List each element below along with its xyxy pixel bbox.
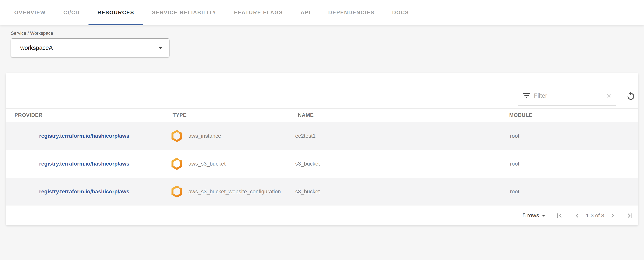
workspace-selector-label: Service / Workspace xyxy=(11,31,53,36)
tab-ci-cd[interactable]: CI/CD xyxy=(54,0,89,25)
provider-link[interactable]: registry.terraform.io/hashicorp/aws xyxy=(39,161,130,167)
column-header-module: MODULE xyxy=(509,112,532,118)
tab-label: DOCS xyxy=(392,10,409,16)
tab-dependencies[interactable]: DEPENDENCIES xyxy=(320,0,383,25)
type-label: aws_s3_bucket xyxy=(183,161,226,167)
workspace-select[interactable]: workspaceA xyxy=(10,38,170,57)
chevron-down-icon xyxy=(156,44,165,52)
workspace-select-value: workspaceA xyxy=(20,44,53,51)
module-label: root xyxy=(510,161,519,167)
name-label: ec2test1 xyxy=(295,133,316,139)
tab-feature-flags[interactable]: FEATURE FLAGS xyxy=(225,0,292,25)
tab-label: DEPENDENCIES xyxy=(328,10,374,16)
tab-overview[interactable]: OVERVIEW xyxy=(6,0,54,25)
column-header-name: NAME xyxy=(298,112,314,118)
terraform-provider-icon xyxy=(172,158,182,170)
module-label: root xyxy=(510,189,519,195)
tab-label: FEATURE FLAGS xyxy=(234,10,283,16)
tab-label: OVERVIEW xyxy=(14,10,46,16)
column-header-provider: PROVIDER xyxy=(14,112,42,118)
refresh-button[interactable] xyxy=(626,91,636,102)
pagination: 5 rows 1-3 of 3 xyxy=(6,206,638,225)
terraform-provider-icon xyxy=(172,186,182,197)
tab-docs[interactable]: DOCS xyxy=(383,0,418,25)
tab-label: RESOURCES xyxy=(97,10,134,16)
column-header-type: TYPE xyxy=(172,112,187,118)
terraform-provider-icon xyxy=(172,130,182,142)
refresh-icon xyxy=(626,91,636,101)
caret-down-icon xyxy=(540,212,548,219)
provider-link[interactable]: registry.terraform.io/hashicorp/aws xyxy=(39,189,130,195)
clear-filter-icon[interactable] xyxy=(606,92,612,99)
table-row: registry.terraform.io/hashicorp/aws aws_… xyxy=(6,150,638,178)
next-page-button[interactable] xyxy=(608,211,618,221)
tab-label: CI/CD xyxy=(64,10,80,16)
filter-field[interactable] xyxy=(518,86,616,105)
table-row: registry.terraform.io/hashicorp/aws aws_… xyxy=(6,122,638,150)
tab-service-reliability[interactable]: SERVICE RELIABILITY xyxy=(143,0,225,25)
name-label: s3_bucket xyxy=(295,161,320,167)
rows-per-page-select[interactable]: 5 rows xyxy=(522,212,548,219)
provider-link[interactable]: registry.terraform.io/hashicorp/aws xyxy=(39,133,130,139)
page-range-label: 1-3 of 3 xyxy=(582,212,608,219)
table-row: registry.terraform.io/hashicorp/aws aws_… xyxy=(6,178,638,206)
rows-per-page-label: 5 rows xyxy=(522,212,539,219)
first-page-icon xyxy=(555,211,564,220)
first-page-button[interactable] xyxy=(554,211,564,221)
filter-input[interactable] xyxy=(534,92,602,99)
app-root: OVERVIEW CI/CD RESOURCES SERVICE RELIABI… xyxy=(0,0,644,260)
module-label: root xyxy=(510,133,519,139)
last-page-button[interactable] xyxy=(625,211,635,221)
table-body: registry.terraform.io/hashicorp/aws aws_… xyxy=(6,122,638,206)
workspace-resources-card: Workspace Resources PROVIDER TYPE NAME M… xyxy=(6,73,638,225)
table-header-row: PROVIDER TYPE NAME MODULE xyxy=(6,108,638,122)
chevron-left-icon xyxy=(573,211,581,220)
last-page-icon xyxy=(626,211,634,220)
tab-resources[interactable]: RESOURCES xyxy=(88,0,143,25)
previous-page-button[interactable] xyxy=(572,211,582,221)
tab-label: SERVICE RELIABILITY xyxy=(152,10,216,16)
tab-api[interactable]: API xyxy=(292,0,320,25)
chevron-right-icon xyxy=(608,211,617,220)
tab-label: API xyxy=(300,10,310,16)
name-label: s3_bucket xyxy=(295,189,320,195)
type-label: aws_s3_bucket_website_configuration xyxy=(183,189,281,195)
type-label: aws_instance xyxy=(183,133,221,139)
tab-bar: OVERVIEW CI/CD RESOURCES SERVICE RELIABI… xyxy=(0,0,644,25)
filter-icon xyxy=(523,93,530,99)
